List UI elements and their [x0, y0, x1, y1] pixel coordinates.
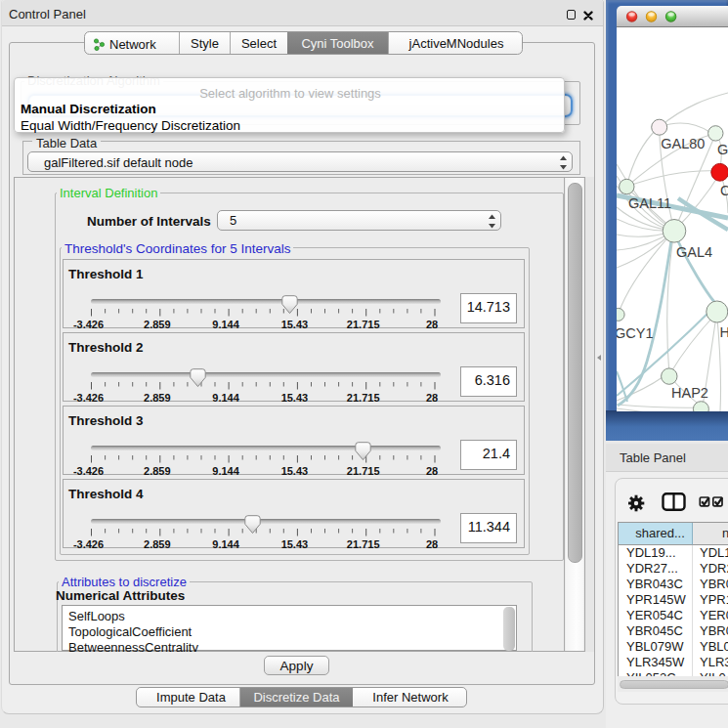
svg-text:HAP2: HAP2 — [671, 385, 708, 401]
svg-text:GCY1: GCY1 — [617, 325, 654, 341]
svg-text:GAL4: GAL4 — [676, 244, 712, 260]
svg-text:C: C — [720, 183, 728, 198]
svg-text:GA: GA — [717, 142, 728, 157]
svg-text:GAL80: GAL80 — [661, 136, 705, 151]
svg-text:H: H — [720, 324, 728, 340]
svg-text:GAL11: GAL11 — [628, 195, 671, 211]
